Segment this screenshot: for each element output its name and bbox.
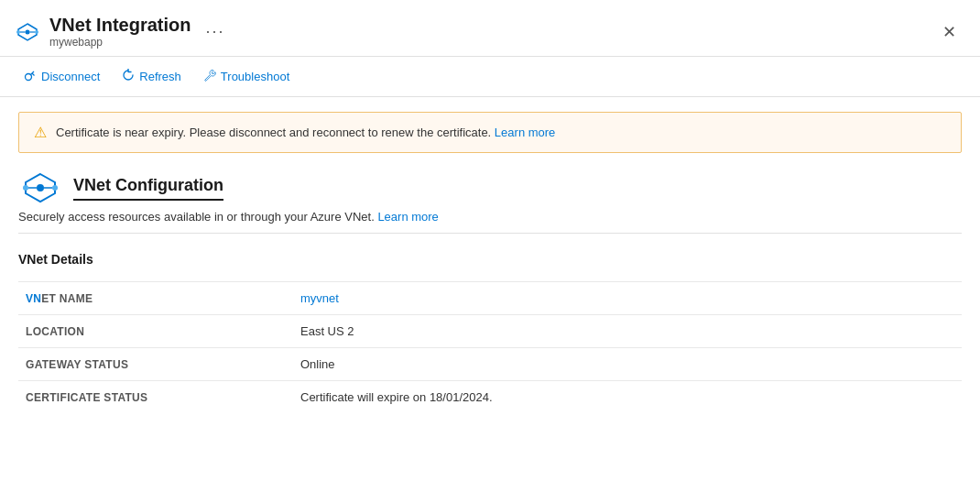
warning-icon: ⚠ bbox=[34, 124, 47, 141]
svg-line-8 bbox=[32, 73, 35, 76]
svg-point-11 bbox=[23, 185, 28, 191]
panel-subtitle: mywebapp bbox=[49, 36, 191, 49]
refresh-label: Refresh bbox=[139, 70, 181, 83]
warning-message: Certificate is near expiry. Please disco… bbox=[56, 126, 555, 139]
panel-title: VNet Integration bbox=[49, 15, 191, 36]
disconnect-button[interactable]: Disconnect bbox=[15, 64, 109, 89]
vnet-title-icon bbox=[15, 22, 40, 42]
header-left: VNet Integration mywebapp ··· bbox=[15, 15, 224, 49]
svg-point-12 bbox=[52, 185, 58, 191]
svg-point-2 bbox=[16, 30, 20, 34]
detail-key-cert-status: CERTIFICATE STATUS bbox=[18, 381, 293, 414]
table-row: LOCATION East US 2 bbox=[18, 315, 962, 348]
table-row: VNet NAME myvnet bbox=[18, 282, 962, 315]
detail-key-location: LOCATION bbox=[18, 315, 293, 348]
disconnect-label: Disconnect bbox=[41, 70, 100, 83]
detail-value-gateway-status: Online bbox=[293, 348, 962, 381]
vnet-integration-panel: VNet Integration mywebapp ··· ✕ Disconne… bbox=[0, 0, 980, 503]
close-button[interactable]: ✕ bbox=[937, 20, 962, 44]
troubleshoot-label: Troubleshoot bbox=[221, 70, 289, 83]
section-title: VNet Configuration bbox=[73, 176, 223, 201]
details-table: VNet NAME myvnet LOCATION East US 2 GATE… bbox=[18, 281, 962, 413]
table-row: CERTIFICATE STATUS Certificate will expi… bbox=[18, 381, 962, 414]
troubleshoot-button[interactable]: Troubleshoot bbox=[194, 64, 299, 89]
troubleshoot-icon bbox=[203, 69, 216, 84]
refresh-button[interactable]: Refresh bbox=[113, 64, 191, 89]
toolbar: Disconnect Refresh Troubleshoot bbox=[0, 57, 980, 97]
panel-header: VNet Integration mywebapp ··· ✕ bbox=[0, 0, 980, 57]
vnet-config-icon bbox=[18, 171, 62, 204]
more-options-icon[interactable]: ··· bbox=[205, 22, 224, 41]
detail-value-location: East US 2 bbox=[293, 315, 962, 348]
section-divider bbox=[18, 233, 962, 234]
warning-learn-more-link[interactable]: Learn more bbox=[495, 126, 555, 139]
detail-key-gateway-status: GATEWAY STATUS bbox=[18, 348, 293, 381]
detail-key-vnetname: VNet NAME bbox=[18, 282, 293, 315]
title-block: VNet Integration mywebapp bbox=[49, 15, 191, 49]
table-row: GATEWAY STATUS Online bbox=[18, 348, 962, 381]
detail-value-cert-status: Certificate will expire on 18/01/2024. bbox=[293, 381, 962, 414]
warning-banner: ⚠ Certificate is near expiry. Please dis… bbox=[18, 112, 962, 153]
vnet-name-link[interactable]: myvnet bbox=[300, 291, 339, 305]
svg-point-6 bbox=[26, 74, 32, 81]
svg-point-10 bbox=[37, 184, 44, 191]
svg-point-3 bbox=[35, 30, 38, 34]
section-description: Securely access resources available in o… bbox=[18, 210, 962, 224]
content-area: ⚠ Certificate is near expiry. Please dis… bbox=[0, 97, 980, 503]
section-learn-more-link[interactable]: Learn more bbox=[377, 210, 438, 224]
svg-point-1 bbox=[26, 29, 30, 34]
disconnect-icon bbox=[24, 69, 37, 84]
section-heading: VNet Configuration bbox=[18, 171, 962, 204]
detail-value-vnetname: myvnet bbox=[293, 282, 962, 315]
details-heading: VNet Details bbox=[18, 252, 962, 267]
refresh-icon bbox=[122, 69, 135, 84]
